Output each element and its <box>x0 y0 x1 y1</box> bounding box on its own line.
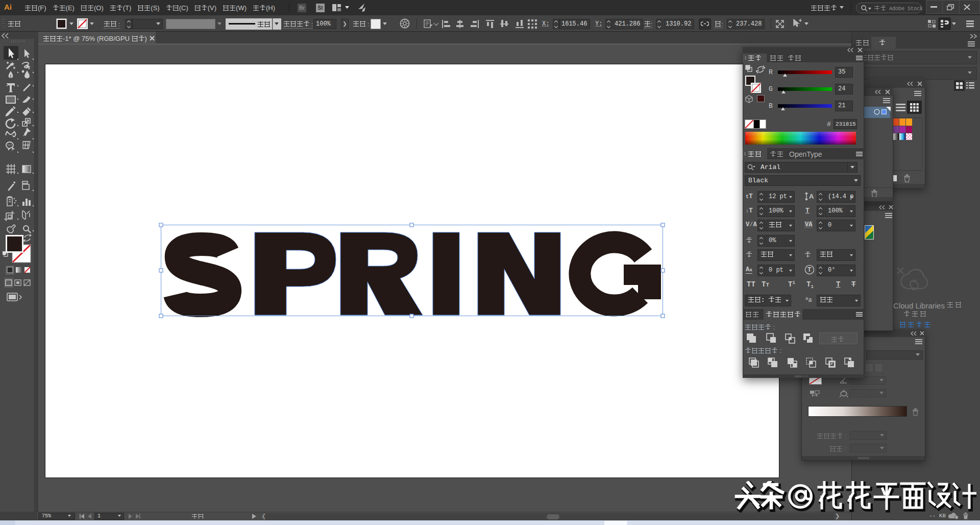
svg-text:T: T <box>807 266 812 273</box>
svg-text:A: A <box>809 193 814 200</box>
